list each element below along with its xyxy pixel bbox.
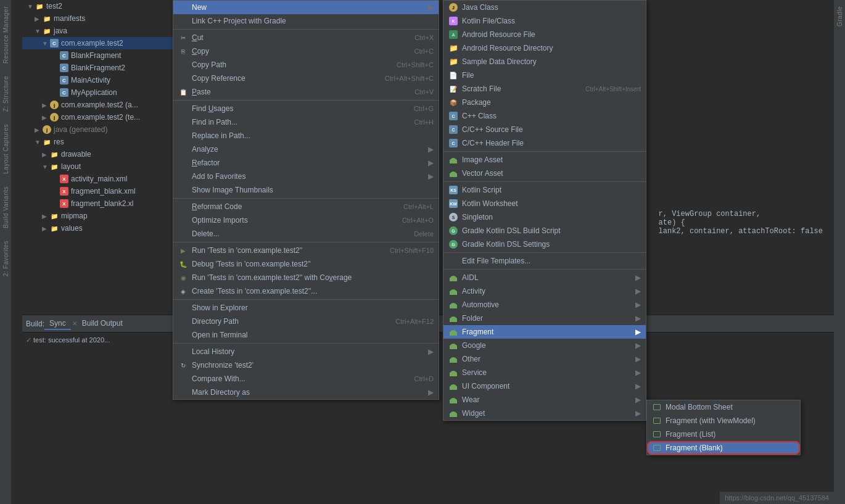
new-menu-aidl[interactable]: AIDL ▶ [443, 271, 646, 284]
tree-arrow-pkg-te[interactable]: ▶ [42, 114, 49, 121]
new-menu-other[interactable]: Other ▶ [443, 352, 646, 366]
menu-item-delete[interactable]: Delete... Delete [173, 227, 439, 241]
menu-item-find-path[interactable]: Find in Path... Ctrl+H [173, 115, 439, 129]
new-menu-kotlin-worksheet[interactable]: KW Kotlin Worksheet [443, 197, 646, 210]
menu-item-favorites[interactable]: Add to Favorites ▶ [173, 170, 439, 183]
new-menu-cpp-source[interactable]: C C/C++ Source File [443, 123, 646, 136]
menu-item-find-usages[interactable]: Find Usages Ctrl+G [173, 102, 439, 115]
menu-item-local-history[interactable]: Local History ▶ [173, 345, 439, 358]
tree-item-fragment-blank2[interactable]: X fragment_blank2.xl [22, 197, 183, 210]
new-menu-android-res-dir[interactable]: 📁 Android Resource Directory [443, 41, 646, 55]
sidebar-tab-gradle[interactable]: Gradle [835, 0, 844, 33]
tab-build-output[interactable]: Build Output [77, 318, 128, 330]
sidebar-tab-structure[interactable]: Z: Structure [1, 70, 10, 118]
menu-item-replace-path[interactable]: Replace in Path... [173, 129, 439, 143]
new-menu-automotive[interactable]: Automotive ▶ [443, 298, 646, 312]
tree-arrow-pkg[interactable]: ▼ [42, 40, 49, 47]
new-menu-singleton[interactable]: S Singleton [443, 210, 646, 224]
tree-arrow-java[interactable]: ▼ [35, 28, 42, 35]
tree-item-pkg-at[interactable]: ▶ j com.example.test2 (a... [22, 99, 183, 111]
tree-item-mainactivity[interactable]: C MainActivity [22, 74, 183, 86]
tree-item-java[interactable]: ▼ 📁 java [22, 25, 183, 37]
tree-item-fragment-blank[interactable]: X fragment_blank.xml [22, 185, 183, 197]
tree-item-blankfragment[interactable]: C BlankFragment [22, 49, 183, 62]
menu-item-reformat[interactable]: Reformat Code Ctrl+Alt+L [173, 200, 439, 213]
tree-item-test2[interactable]: ▼ 📁 test2 [22, 0, 183, 12]
tree-arrow-java-generated[interactable]: ▶ [35, 126, 42, 133]
new-menu-wear[interactable]: Wear ▶ [443, 393, 646, 407]
new-menu-image-asset[interactable]: Image Asset [443, 153, 646, 167]
sidebar-tab-favorites[interactable]: 2: Favorites [1, 234, 10, 283]
new-menu-vector-asset[interactable]: Vector Asset [443, 167, 646, 180]
new-menu-edit-templates[interactable]: Edit File Templates... [443, 254, 646, 268]
menu-item-link-cpp[interactable]: Link C++ Project with Gradle [173, 14, 439, 28]
menu-item-show-explorer[interactable]: Show in Explorer [173, 301, 439, 315]
new-menu-activity[interactable]: Activity ▶ [443, 284, 646, 298]
new-menu-sample-data[interactable]: 📁 Sample Data Directory [443, 55, 646, 68]
new-menu-java-class[interactable]: J Java Class [443, 1, 646, 14]
tree-item-values[interactable]: ▶ 📁 values [22, 222, 183, 234]
tree-item-activity-main[interactable]: X activity_main.xml [22, 173, 183, 185]
new-menu-gradle-settings[interactable]: G Gradle Kotlin DSL Settings [443, 238, 646, 251]
new-menu-gradle-build[interactable]: G Gradle Kotlin DSL Build Script [443, 224, 646, 238]
tree-arrow-layout[interactable]: ▼ [42, 163, 49, 170]
frag-list[interactable]: Fragment (List) [647, 428, 800, 441]
menu-item-thumbnails[interactable]: Show Image Thumbnails [173, 183, 439, 197]
new-menu-android-res-file[interactable]: A Android Resource File [443, 28, 646, 41]
menu-item-optimize[interactable]: Optimize Imports Ctrl+Alt+O [173, 213, 439, 227]
new-menu-kotlin-file[interactable]: K Kotlin File/Class [443, 14, 646, 28]
menu-item-create-tests[interactable]: ◈ Create 'Tests in 'com.example.test2''.… [173, 284, 439, 298]
menu-item-copy[interactable]: ⎘ Copy Ctrl+C [173, 44, 439, 58]
menu-item-cut[interactable]: ✂ Cut Ctrl+X [173, 31, 439, 44]
menu-item-dir-path[interactable]: Directory Path Ctrl+Alt+F12 [173, 315, 439, 328]
tree-item-blankfragment2[interactable]: C BlankFragment2 [22, 62, 183, 74]
menu-item-new[interactable]: New ▶ [173, 1, 439, 14]
menu-item-run-coverage[interactable]: ◉ Run 'Tests in 'com.example.test2'' wit… [173, 271, 439, 284]
menu-item-mark-dir[interactable]: Mark Directory as ▶ [173, 386, 439, 399]
menu-item-run-tests[interactable]: ▶ Run 'Tests in 'com.example.test2'' Ctr… [173, 244, 439, 257]
menu-item-synchronize[interactable]: ↻ Synchronize 'test2' [173, 358, 439, 372]
frag-blank[interactable]: Fragment (Blank) [647, 441, 800, 455]
tree-item-manifests[interactable]: ▶ 📁 manifests [22, 12, 183, 25]
tree-arrow-values[interactable]: ▶ [42, 225, 49, 232]
tree-item-mipmap[interactable]: ▶ 📁 mipmap [22, 210, 183, 222]
tree-arrow-manifests[interactable]: ▶ [35, 15, 42, 22]
menu-item-terminal[interactable]: Open in Terminal [173, 328, 439, 342]
menu-item-copy-ref[interactable]: Copy Reference Ctrl+Alt+Shift+C [173, 72, 439, 85]
sidebar-tab-build-variants[interactable]: Build Variants [1, 180, 10, 234]
sidebar-tab-layout-captures[interactable]: Layout Captures [1, 118, 10, 180]
menu-item-copy-path[interactable]: Copy Path Ctrl+Shift+C [173, 58, 439, 72]
tree-item-java-generated[interactable]: ▶ j java (generated) [22, 123, 183, 136]
tree-item-myapplication[interactable]: C MyApplication [22, 86, 183, 99]
new-menu-fragment[interactable]: Fragment ▶ [443, 325, 646, 339]
new-menu-service[interactable]: Service ▶ [443, 366, 646, 379]
close-sync-tab[interactable]: ✕ [72, 320, 77, 327]
tree-item-res[interactable]: ▼ 📁 res [22, 136, 183, 148]
new-menu-ui-component[interactable]: UI Component ▶ [443, 379, 646, 393]
tree-item-drawable[interactable]: ▶ 📁 drawable [22, 148, 183, 160]
tab-sync[interactable]: Sync [44, 318, 71, 330]
tree-arrow-test2[interactable]: ▼ [27, 3, 35, 10]
tree-arrow-res[interactable]: ▼ [35, 139, 42, 146]
tree-item-layout[interactable]: ▼ 📁 layout [22, 160, 183, 173]
frag-viewmodel[interactable]: Fragment (with ViewModel) [647, 414, 800, 428]
frag-modal-bottom-sheet[interactable]: Modal Bottom Sheet [647, 400, 800, 414]
new-menu-scratch[interactable]: 📝 Scratch File Ctrl+Alt+Shift+Insert [443, 82, 646, 96]
tree-item-pkg-te[interactable]: ▶ j com.example.test2 (te... [22, 111, 183, 123]
new-menu-folder[interactable]: Folder ▶ [443, 312, 646, 325]
menu-item-debug-tests[interactable]: 🐛 Debug 'Tests in 'com.example.test2'' [173, 257, 439, 271]
new-menu-package[interactable]: 📦 Package [443, 96, 646, 109]
new-menu-google[interactable]: Google ▶ [443, 339, 646, 352]
tree-arrow-mipmap[interactable]: ▶ [42, 213, 49, 220]
menu-item-paste[interactable]: 📋 Paste Ctrl+V [173, 85, 439, 99]
new-menu-cpp-header[interactable]: C C/C++ Header File [443, 136, 646, 150]
tree-item-com-example-test2[interactable]: ▼ C com.example.test2 [22, 37, 183, 49]
new-menu-cpp-class[interactable]: C C++ Class [443, 109, 646, 123]
menu-item-compare[interactable]: Compare With... Ctrl+D [173, 372, 439, 386]
new-menu-kotlin-script[interactable]: KS Kotlin Script [443, 183, 646, 197]
tree-arrow-pkg-at[interactable]: ▶ [42, 102, 49, 109]
new-menu-file[interactable]: 📄 File [443, 68, 646, 82]
sidebar-tab-resource-manager[interactable]: Resource Manager [1, 0, 10, 70]
menu-item-analyze[interactable]: Analyze ▶ [173, 143, 439, 156]
new-menu-widget[interactable]: Widget ▶ [443, 407, 646, 420]
